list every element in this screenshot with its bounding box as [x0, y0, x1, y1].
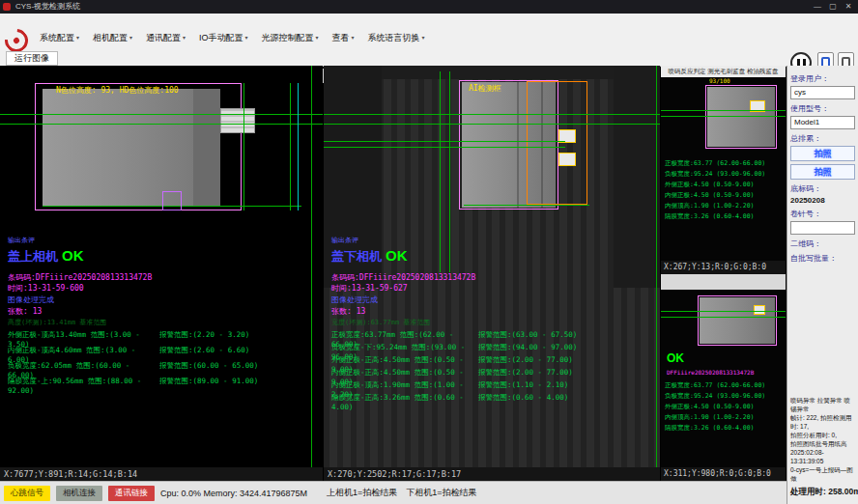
- measurement-text: 内侧正极-正高:4.50mm 范围:(0.50 - 9.00): [331, 368, 478, 380]
- measurement-row: 内侧正极-顶高4.60mm 范围:(3.00 - 6.00)报警范围:(2.60…: [8, 346, 321, 361]
- alarm-range-text: 报警范围:(1.10 - 2.10): [478, 380, 568, 393]
- measurement-text: 内侧正极:4.50 (0.50-9.00): [665, 190, 765, 201]
- measurement-text: 负极宽度-下:95.24mm 范围:(93.00 - 96.00): [331, 343, 478, 355]
- camera-view-left[interactable]: N色位高度: 93, HD色位高度:100 输出条评 盖上相机OK 条码码:DF…: [0, 66, 323, 467]
- menu-item[interactable]: 光源控制配置▾: [255, 31, 326, 44]
- panel-gap: [661, 274, 786, 290]
- chevron-down-icon: ▾: [422, 35, 425, 41]
- frame-count: 张数: 13: [8, 306, 42, 317]
- menu-item[interactable]: 系统配置▾: [33, 31, 86, 44]
- camera-result: 盖上相机OK: [8, 247, 84, 266]
- measurement-text: 隔膜宽度-正高:3.26mm 范围:(0.60 - 4.00): [331, 393, 478, 406]
- status-bar: 心跳信号 相机连接 通讯链接 Cpu: 0.0% Memory: 3424.41…: [0, 481, 786, 504]
- baseline-overlay: [324, 124, 660, 125]
- camera-preview-bottom[interactable]: OK DFFiiire2025020813313472B 正极宽度:63.77 …: [661, 290, 786, 467]
- statistics-line: 拍照图纸批号用纸高: [790, 439, 856, 448]
- camera-view-middle[interactable]: AI检测框 输出条评 盖下相机OK 条码码:DFFiiire2025020813…: [324, 66, 660, 467]
- menu-item[interactable]: 查看▾: [326, 31, 361, 44]
- measure-line: [298, 83, 299, 210]
- baseline-overlay: [661, 116, 786, 117]
- measurement-list: 外侧正极-顶高13.40mm 范围:(3.00 - 3.50)报警范围:(2.2…: [8, 330, 321, 392]
- measurement-row: 正极宽度:63.77mm 范围:(62.00 - 66.00)报警范围:(63.…: [331, 330, 658, 343]
- measurement-row: 外侧正极-顶高13.40mm 范围:(3.00 - 3.50)报警范围:(2.2…: [8, 330, 321, 346]
- reference-line: 高度(环测):13.41mm 基准范围: [8, 318, 106, 327]
- measurement-text: 负极宽度:95.24 (93.00-96.00): [665, 169, 765, 180]
- measurement-row: 负极宽度-下:95.24mm 范围:(93.00 - 96.00)报警范围:(9…: [331, 343, 658, 355]
- barcode-text: 条码码:DFFiiire2025020813313472B: [8, 272, 152, 283]
- pixel-readout-middle: X:270;Y:2502;R:17;G:17;B:17: [324, 467, 660, 481]
- measurement-row: 隔膜宽度-上:90.56mm 范围:(88.00 - 92.00)报警范围:(8…: [8, 377, 321, 392]
- baseline-overlay: [0, 114, 323, 115]
- preview-header: 喷码反应判定 测光毛刺监盘 检油残监盘: [661, 66, 786, 77]
- measurement-text: 内侧顶高:1.90 (1.00-2.20): [665, 201, 765, 211]
- maximize-button[interactable]: ▢: [825, 0, 841, 14]
- header-band: 系统配置▾相机配置▾通讯配置▾IO手动配置▾光源控制配置▾查看▾系统语言切换▾ …: [0, 14, 858, 67]
- measurement-text: 内侧顶高:1.90 (1.00-2.20): [665, 412, 765, 423]
- camera-link-badge: 相机连接: [56, 486, 102, 501]
- right-sidebar: 登录用户： cys 使用型号： Model1 总排累： 拍照拍照 底标码： 20…: [786, 66, 858, 504]
- chevron-down-icon: ▾: [76, 35, 79, 41]
- menu-item[interactable]: IO手动配置▾: [192, 31, 255, 44]
- menu-item[interactable]: 系统语言切换▾: [361, 31, 432, 44]
- barcode-text: 条码码:DFFiiire2025020813313472B: [331, 272, 475, 283]
- machine-frame: [614, 66, 660, 288]
- alarm-range-text: 报警范围:(2.60 - 6.60): [159, 346, 249, 361]
- measurement-row: 外侧正极-正高:4.50mm 范围:(0.50 - 9.00)报警范围:(2.0…: [331, 355, 658, 368]
- measure-line: [243, 83, 244, 210]
- alarm-range-text: 报警范围:(2.20 - 3.20): [159, 330, 249, 346]
- chevron-down-icon: ▾: [245, 35, 248, 41]
- tab-run-image[interactable]: 运行图像: [6, 51, 58, 66]
- menu-item[interactable]: 相机配置▾: [86, 31, 139, 44]
- measurement-text: 外侧正极-正高:4.50mm 范围:(0.50 - 9.00): [331, 355, 478, 368]
- total-status-list: 拍照拍照: [790, 146, 855, 180]
- bottom-code-value: 20250208: [790, 196, 855, 205]
- chevron-down-icon: ▾: [129, 35, 132, 41]
- measurement-text: 正极宽度:63.77 (62.00-66.00): [665, 158, 765, 169]
- alarm-range-text: 报警范围:(60.00 - 65.00): [159, 361, 258, 377]
- measurement-text: 内侧正极-顶高:1.90mm 范围:(1.00 - 2.20): [331, 380, 478, 393]
- roi-rect: [698, 295, 777, 346]
- baseline-overlay: [0, 124, 323, 125]
- statistics-block: 喷码异常 拉簧异常 喷锡异常帧计: 222, 拍照检测用时: 17,拍照分析用时…: [790, 396, 856, 483]
- alarm-range-text: 报警范围:(94.00 - 97.00): [478, 343, 577, 355]
- measurement-row: 内侧正极-顶高:1.90mm 范围:(1.00 - 2.20)报警范围:(1.1…: [331, 380, 658, 393]
- measurement-text: 外侧正极:4.50 (0.50-9.00): [665, 402, 765, 412]
- app-icon: [3, 3, 11, 11]
- baseline-overlay: [324, 114, 660, 115]
- time-text: 时间:13-31-59-600: [8, 283, 84, 294]
- menu-item[interactable]: 通讯配置▾: [139, 31, 192, 44]
- ai-frame-label: AI检测框: [469, 83, 501, 94]
- status-badge: 拍照: [790, 164, 855, 180]
- statistics-line: 喷码异常 拉簧异常 喷锡异常: [790, 396, 856, 413]
- measurement-text: 隔膜宽度-上:90.56mm 范围:(88.00 - 92.00): [8, 377, 159, 392]
- minimize-button[interactable]: —: [810, 0, 825, 14]
- measurement-list: 正极宽度:63.77 (62.00-66.00)负极宽度:95.24 (93.0…: [665, 380, 765, 434]
- needle-value: [790, 221, 855, 235]
- measurement-text: 正极宽度:63.77 (62.00-66.00): [665, 380, 765, 391]
- baseline-overlay: [661, 311, 786, 312]
- camera-result: 盖下相机OK: [331, 247, 408, 266]
- process-status: 图像处理完成: [8, 294, 54, 305]
- comm-link-badge: 通讯链接: [108, 486, 155, 501]
- ai-detect-rect: [527, 81, 587, 205]
- reference-line: 宽度(环测):63.77mm 基准范围: [331, 318, 430, 327]
- alarm-range-text: 报警范围:(89.00 - 91.00): [159, 377, 258, 392]
- cpu-memory-text: Cpu: 0.0% Memory: 3424.41796875M: [160, 489, 307, 498]
- measurement-list: 正极宽度:63.77 (62.00-66.00)负极宽度:95.24 (93.0…: [665, 158, 765, 222]
- result-note: 输出条评: [8, 236, 35, 245]
- roi-rect: [705, 85, 777, 149]
- ok-badge: OK: [386, 247, 408, 264]
- measurement-text: 负极宽度:95.24 (93.00-96.00): [665, 391, 765, 402]
- menu-bar: 系统配置▾相机配置▾通讯配置▾IO手动配置▾光源控制配置▾查看▾系统语言切换▾: [33, 27, 432, 41]
- close-button[interactable]: ✕: [841, 0, 856, 14]
- reflect-spot: [754, 305, 765, 315]
- measure-line: [290, 83, 291, 210]
- camera-preview-top[interactable]: 93/100 正极宽度:63.77 (62.00-66.00)负极宽度:95.2…: [661, 77, 786, 261]
- pixel-readout-preview-bottom: X:311;Y:980;R:0;G:0;B:0: [661, 467, 786, 481]
- statistics-line: 拍照分析用时: 0,: [790, 431, 856, 439]
- heartbeat-badge: 心跳信号: [4, 486, 50, 501]
- edge-line: [656, 66, 657, 467]
- statistics-line: 帧计: 222, 拍照检测用时: 17,: [790, 413, 856, 431]
- measurement-text: 负极宽度:62.05mm 范围:(60.00 - 66.00): [8, 361, 159, 377]
- window-title: CYS-视觉检测系统: [15, 0, 80, 14]
